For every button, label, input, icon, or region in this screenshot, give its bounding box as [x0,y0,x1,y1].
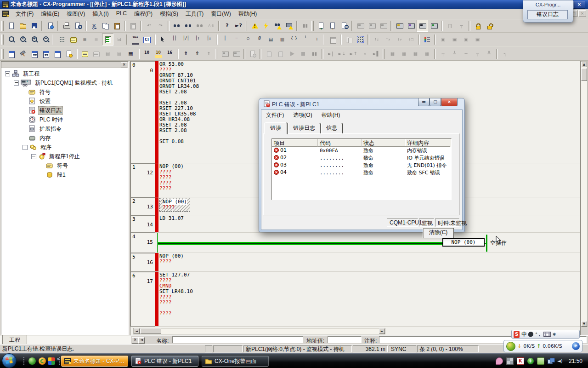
tree-item-7[interactable]: 扩展指令 [1,124,128,133]
ime-language-icon[interactable]: 中 [521,331,526,338]
contact-up-button[interactable]: ┤↑ [192,34,203,46]
mode-run-button[interactable] [428,20,440,32]
reset-bit-button[interactable]: ↑x [382,34,394,46]
dialog-maximize-button[interactable]: ▢ [430,98,441,106]
rung-margin[interactable]: 415 [130,233,155,253]
ime-input-method-icon[interactable]: S [514,331,520,338]
ime-keyboard-icon[interactable] [543,332,551,337]
sim-pause-button[interactable]: ▮▮ [309,48,320,60]
window-watch-button[interactable] [40,48,51,60]
menu-item-2[interactable]: 编辑(E) [37,9,63,19]
zoom-fit-button[interactable] [6,34,17,46]
watch-window-button[interactable]: ▤ [102,48,113,60]
mode-debug-button[interactable] [405,20,417,32]
ime-tools-icon[interactable]: ✱ [553,331,556,338]
nop-instruction-box[interactable]: NOP (00) [442,238,485,247]
diff-t1-button[interactable]: ╦ [472,48,483,60]
build-button[interactable] [17,48,28,60]
transfer-warn-button[interactable] [283,20,295,32]
mem-mon-1-button[interactable]: ▦ [387,48,398,60]
tray-power-icon[interactable] [537,357,544,365]
rung-margin[interactable]: 314 [130,215,155,233]
taskbar-clock[interactable]: 21:50 [569,358,582,364]
close-button[interactable]: × [573,1,585,9]
ladder-hscrollbar[interactable]: ◄ ► [133,328,385,334]
start-button[interactable] [1,353,17,368]
ladder-rung-6[interactable]: 617SET 127.07????CMNDSET LR48.10????????… [130,272,580,327]
run-fast-button[interactable]: » [359,48,371,60]
corner-button[interactable]: ┐ [499,48,511,60]
tree-expand-icon[interactable] [5,71,10,76]
contact-nc-button[interactable]: ┤/├ [180,34,192,46]
taskbar-button-1[interactable]: 未命名標題 - CX-Pr... [61,356,128,367]
open-button[interactable] [17,20,28,32]
error-table-header[interactable]: 项目代码状态详细内容 [272,139,451,147]
scroll-down-icon[interactable]: ▼ [581,321,587,327]
replace-ab-button[interactable]: A·B [205,20,217,32]
line-k-button[interactable]: ┐ [311,34,322,46]
ladder-rung-4[interactable]: 415NOP (00)空操作 [130,233,580,253]
ladder-vscrollbar[interactable]: ▲ ▼ [581,61,588,327]
force-reset-button[interactable]: ↓□ [405,34,417,46]
upload-from-plc-button[interactable]: ↑ [327,20,339,32]
rung-margin[interactable]: 112 [130,163,155,197]
tree-item-10[interactable]: 新程序1停止 [1,152,128,161]
table-header-4[interactable]: 详细内容 [405,139,450,147]
diff-up-button[interactable]: ╤ [437,48,449,60]
transfer-settings-button[interactable]: ⇑ [192,48,203,60]
taskbar-button-2[interactable]: PLC 错误 - 新PLC1 [131,356,198,367]
rung-wrap-button[interactable]: ≡ [90,34,102,46]
io-comment-monitor-button[interactable] [102,34,113,46]
force-set-button[interactable]: ↓v [394,34,405,46]
line-horizontal-button[interactable]: ─ [231,34,242,46]
tray-palette-icon[interactable] [496,357,503,365]
find-button[interactable] [171,20,182,32]
menu-item-7[interactable]: 模拟(S) [156,9,182,19]
lock-set-button[interactable] [472,20,483,32]
network-speed-widget[interactable]: ↓ 0K/S ↑ 0.06K/S e [503,340,582,352]
dialog-menu-item-2[interactable]: 选项(O) [288,110,317,121]
sim-stop-button[interactable] [297,48,309,60]
net-widget-logo-icon[interactable] [506,342,515,351]
editbar-close-icon[interactable]: × [132,337,138,344]
sma-view-button[interactable]: SMA [130,34,141,46]
clear-button[interactable]: 清除(C) [423,228,454,238]
error-row-1[interactable]: 010x00FA致命内存错误 [272,147,451,154]
menu-item-9[interactable]: 窗口(W) [207,9,234,19]
lock-release-button[interactable] [483,20,495,32]
tree-item-3[interactable]: 符号 [1,87,128,97]
find-error-button[interactable] [272,20,283,32]
work-online-button[interactable] [355,20,366,32]
error-row-2[interactable]: 02........致命IO 单元结束错误 [272,154,451,161]
io-tree-button[interactable] [421,34,433,46]
vscroll-thumb[interactable] [581,68,587,81]
pb-box-button[interactable]: ▤ [265,34,277,46]
dialog-tab-2[interactable]: 错误日志 [288,123,320,134]
diff-down-button[interactable]: ╧ [449,48,460,60]
download-to-plc-button[interactable]: ↓ [316,20,327,32]
simulator-network-button[interactable] [231,48,242,60]
tree-item-1[interactable]: 新工程 [1,69,128,78]
dialog-menu-item-1[interactable]: 文件(F) [261,110,288,121]
grid-button[interactable] [56,34,68,46]
scroll-right-icon[interactable]: ► [379,328,385,334]
compile-button[interactable] [249,20,260,32]
undo-button[interactable]: ↶ [143,20,155,32]
name-input[interactable] [172,336,303,343]
menu-item-10[interactable]: 帮助(H) [235,9,261,19]
redo-button[interactable]: ↷ [155,20,166,32]
online-edit-send-button[interactable] [274,48,286,60]
step-in-button[interactable]: ►↓ [336,48,348,60]
ladder-rung-5[interactable]: 516NOP (00)???? [130,253,580,272]
window-find-button[interactable] [28,48,40,60]
zoom-in-button[interactable]: + [28,34,40,46]
error-log-button[interactable]: 错误日志 [527,10,568,19]
window-view-button[interactable] [51,48,63,60]
step-run-button[interactable]: ►| [325,48,336,60]
menu-item-6[interactable]: 编程(P) [130,9,156,19]
sim-run-button[interactable] [286,48,297,60]
symbols-window-button[interactable] [90,48,102,60]
grid-blue-button[interactable] [355,34,366,46]
mode-monitor-button[interactable] [417,20,428,32]
transfer-program-button[interactable]: ⇑ [180,48,192,60]
